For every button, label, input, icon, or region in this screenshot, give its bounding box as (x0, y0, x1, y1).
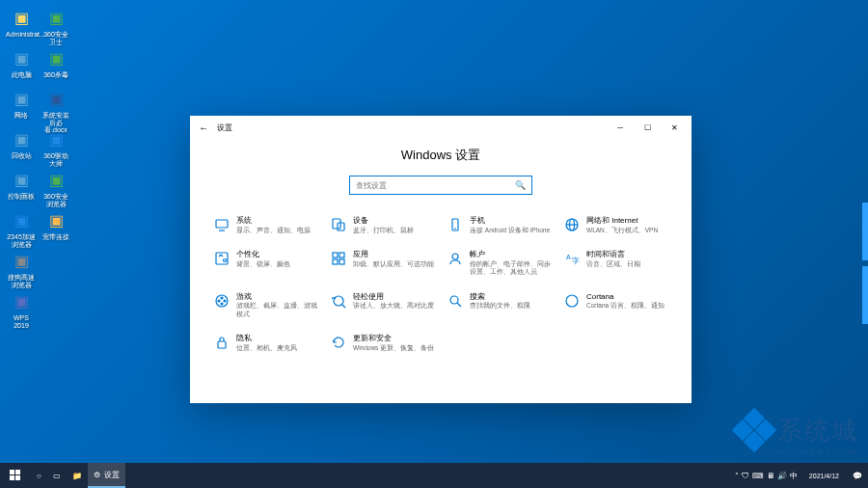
svg-rect-9 (216, 253, 228, 264)
svg-rect-0 (216, 220, 228, 228)
taskbar-settings[interactable]: ⚙ 设置 (88, 463, 125, 488)
search-box[interactable]: 🔍 (349, 176, 532, 195)
svg-point-10 (224, 259, 227, 262)
settings-item-privacy[interactable]: 隐私 位置、相机、麦克风 (211, 332, 320, 354)
update-icon (330, 334, 347, 351)
doc-icon: ▣ (44, 87, 68, 110)
360drv-icon: ▣ (44, 127, 68, 150)
settings-item-desc: 语音、区域、日期 (586, 260, 668, 268)
svg-point-19 (218, 300, 220, 302)
settings-item-search[interactable]: 搜索 查找我的文件、权限 (445, 290, 554, 320)
desktop-icon-recycle[interactable]: ▣回收站 (6, 127, 37, 160)
desktop-icon-360safe[interactable]: ▣360安全卫士 (41, 6, 71, 45)
svg-point-20 (224, 300, 226, 302)
system-tray[interactable]: ˄ 🛡 ⌨ 🖥 🔊 中 (731, 471, 801, 481)
maximize-button[interactable]: ☐ (634, 118, 661, 137)
settings-item-title: 个性化 (236, 250, 318, 259)
desktop-icon-wps[interactable]: ▣WPS 2019 (6, 289, 37, 329)
svg-point-24 (450, 296, 458, 304)
recycle-icon: ▣ (10, 127, 33, 150)
settings-item-title: 网络和 Internet (586, 216, 668, 226)
desktop-icon-label: 回收站 (6, 152, 37, 160)
accent-decoration (862, 203, 868, 330)
desktop-icon-network[interactable]: ▣网络 (6, 87, 37, 120)
tray-network-icon[interactable]: 🖥 (767, 472, 774, 480)
accounts-icon (447, 250, 464, 267)
settings-item-ease[interactable]: 轻松使用 讲述人、放大镜、高对比度 (328, 290, 437, 320)
search-input[interactable] (356, 181, 515, 190)
settings-item-desc: Windows 更新、恢复、备份 (353, 344, 435, 352)
desktop-icon-label: 2345加速浏览器 (6, 233, 37, 248)
page-title: Windows 设置 (209, 147, 672, 164)
taskbar-app-label: 设置 (104, 470, 120, 480)
search-icon: ○ (37, 472, 41, 480)
desktop-icon-360browser[interactable]: ▣360安全浏览器 (41, 168, 71, 207)
taskbar-clock[interactable]: 2021/4/12 (801, 473, 847, 479)
settings-item-title: 帐户 (470, 250, 552, 259)
taskbar: ○ ▭ 📁 ⚙ 设置 ˄ 🛡 ⌨ 🖥 🔊 中 2021/4/12 💬 (0, 463, 868, 488)
network-icon: ▣ (10, 87, 33, 110)
dialup-icon: ▣ (44, 208, 68, 231)
taskbar-explorer[interactable]: 📁 (67, 463, 88, 488)
360av-icon: ▣ (44, 46, 68, 69)
taskbar-taskview[interactable]: ▭ (47, 463, 67, 488)
settings-item-title: 应用 (353, 250, 435, 259)
svg-point-21 (221, 297, 223, 299)
svg-text:字: 字 (572, 257, 580, 265)
wps-icon: ▣ (10, 289, 33, 312)
system-icon (213, 216, 231, 233)
settings-item-title: Cortana (586, 292, 668, 302)
settings-item-phone[interactable]: 手机 连接 Android 设备和 iPhone (445, 214, 554, 236)
svg-point-26 (566, 295, 578, 307)
settings-item-desc: 游戏栏、截屏、直播、游戏模式 (236, 302, 318, 318)
settings-item-update[interactable]: 更新和安全 Windows 更新、恢复、备份 (328, 332, 437, 354)
desktop-icon-360drv[interactable]: ▣360驱动大师 (41, 127, 71, 167)
desktop-icon-dialup[interactable]: ▣宽带连接 (41, 208, 71, 241)
tray-icon[interactable]: 🛡 (742, 472, 749, 480)
desktop-icon-label: WPS 2019 (6, 314, 37, 329)
ctrlpanel-icon: ▣ (10, 168, 33, 191)
settings-item-accounts[interactable]: 帐户 你的帐户、电子邮件、同步设置、工作、其他人员 (445, 248, 554, 278)
settings-item-apps[interactable]: 应用 卸载、默认应用、可选功能 (328, 248, 437, 278)
settings-item-title: 搜索 (470, 292, 552, 302)
notification-icon: 💬 (853, 472, 862, 480)
titlebar: ← 设置 ─ ☐ ✕ (190, 116, 692, 139)
settings-item-time[interactable]: A字 时间和语言 语音、区域、日期 (561, 248, 670, 278)
gear-icon: ⚙ (94, 471, 100, 479)
minimize-button[interactable]: ─ (607, 118, 634, 137)
settings-item-system[interactable]: 系统 显示、声音、通知、电源 (211, 214, 320, 236)
close-button[interactable]: ✕ (661, 118, 688, 137)
svg-rect-11 (333, 253, 338, 258)
back-button[interactable]: ← (194, 118, 213, 137)
desktop-icon-360av[interactable]: ▣360杀毒 (41, 46, 71, 79)
privacy-icon (213, 334, 231, 351)
window-title: 设置 (217, 122, 232, 133)
desktop-icon-thispc[interactable]: ▣此电脑 (6, 46, 37, 79)
settings-item-desc: 显示、声音、通知、电源 (236, 227, 318, 234)
settings-item-personalization[interactable]: 个性化 背景、锁屏、颜色 (211, 248, 320, 278)
tray-chevron-icon[interactable]: ˄ (735, 472, 739, 480)
settings-grid: 系统 显示、声音、通知、电源 设备 蓝牙、打印机、鼠标 手机 连接 Androi… (209, 214, 672, 354)
svg-rect-27 (218, 341, 226, 348)
taskbar-search[interactable]: ○ (31, 463, 47, 488)
settings-item-desc: 查找我的文件、权限 (470, 302, 552, 310)
svg-rect-13 (333, 259, 338, 264)
tray-volume-icon[interactable]: 🔊 (777, 472, 787, 480)
desktop-icon-ctrlpanel[interactable]: ▣控制面板 (6, 168, 37, 201)
settings-item-cortana[interactable]: Cortana Cortana 语言、权限、通知 (561, 290, 670, 320)
start-button[interactable] (0, 463, 31, 488)
desktop-icon-admin[interactable]: ▣Administrat... (6, 6, 37, 39)
search-icon (447, 292, 464, 310)
desktop-icon-sogou[interactable]: ▣搜狗高速浏览器 (6, 249, 37, 288)
settings-item-network[interactable]: 网络和 Internet WLAN、飞行模式、VPN (561, 214, 670, 236)
tray-icon[interactable]: ⌨ (752, 472, 764, 480)
settings-item-desc: Cortana 语言、权限、通知 (586, 302, 668, 310)
tray-ime[interactable]: 中 (790, 471, 798, 481)
desktop-icon-2345[interactable]: ▣2345加速浏览器 (6, 208, 37, 248)
admin-icon: ▣ (10, 6, 33, 29)
notification-button[interactable]: 💬 (847, 463, 868, 488)
thispc-icon: ▣ (10, 46, 33, 69)
settings-item-gaming[interactable]: 游戏 游戏栏、截屏、直播、游戏模式 (211, 290, 320, 320)
settings-item-desc: 连接 Android 设备和 iPhone (470, 227, 552, 234)
settings-item-devices[interactable]: 设备 蓝牙、打印机、鼠标 (328, 214, 437, 236)
